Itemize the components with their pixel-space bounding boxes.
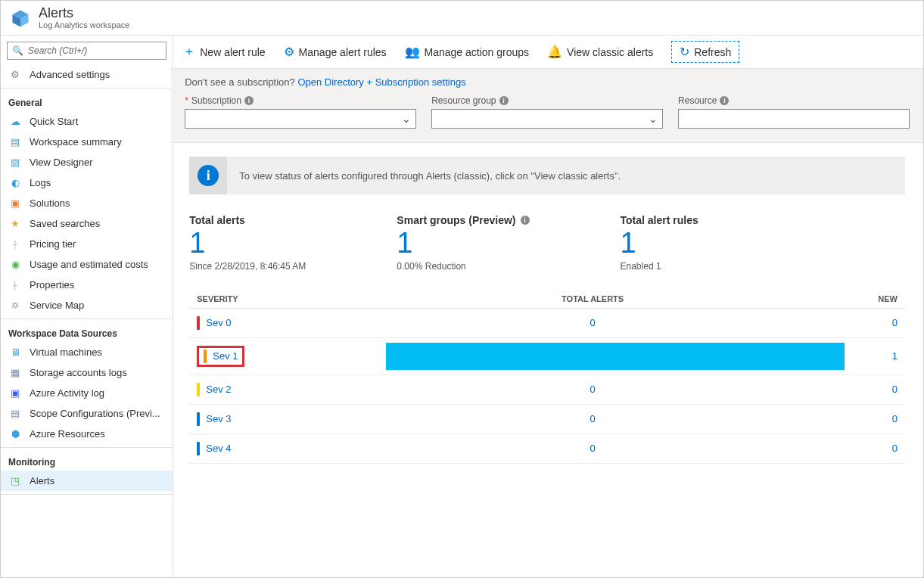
sidebar-item-label: Logs [30,177,51,188]
sidebar-item-icon: ☁ [8,116,22,127]
plus-icon: ＋ [183,44,195,60]
sidebar-item-icon: ▧ [8,157,22,168]
alert-bar-fill [386,343,845,370]
total-alerts-count[interactable]: 0 [590,413,596,424]
manage-alert-rules-button[interactable]: ⚙Manage alert rules [284,45,387,59]
col-severity: SEVERITY [189,290,341,309]
new-alert-rule-button[interactable]: ＋New alert rule [183,44,265,60]
smart-groups-value[interactable]: 1 [397,226,529,261]
severity-link[interactable]: Sev 1 [213,350,238,362]
new-alerts-count[interactable]: 0 [892,317,898,328]
sidebar-item-icon: ⬢ [8,428,22,440]
table-row[interactable]: Sev 111 [189,337,905,374]
sidebar-item-label: Quick Start [30,116,78,127]
total-alerts-count[interactable]: 0 [590,317,596,328]
sidebar-item[interactable]: ⛭Service Map [1,295,173,315]
subscription-select[interactable] [185,109,416,129]
col-total: TOTAL ALERTS [341,290,845,309]
refresh-button[interactable]: ↻Refresh [671,41,739,63]
new-alerts-count[interactable]: 1 [892,350,898,362]
sidebar-section-header: Monitoring [1,451,173,471]
sidebar-item-label: Solutions [30,197,70,209]
stats-row: Total alerts 1 Since 2/28/2019, 8:46:45 … [189,214,905,272]
bell-icon: 🔔 [547,45,562,59]
severity-link[interactable]: Sev 3 [197,412,333,426]
sidebar-item-icon: ▦ [8,367,22,378]
sidebar-item-icon: ▤ [8,408,22,419]
search-icon: 🔍 [12,45,23,56]
sidebar-item-icon: ⛭ [8,300,22,311]
main-content: ＋New alert rule ⚙Manage alert rules 👥Man… [171,36,923,577]
table-row[interactable]: Sev 300 [189,404,905,434]
sidebar-item-icon: ⟊ [8,279,22,291]
table-row[interactable]: Sev 200 [189,374,905,404]
manage-action-groups-button[interactable]: 👥Manage action groups [405,45,530,59]
cube-icon [10,8,31,29]
view-classic-alerts-button[interactable]: 🔔View classic alerts [547,45,653,59]
sidebar-item-label: Azure Activity log [30,387,104,399]
sidebar-item[interactable]: ▣Azure Activity log [1,383,173,403]
info-icon: i [244,96,254,105]
sidebar-item-icon: ◉ [8,259,22,270]
severity-link[interactable]: Sev 4 [197,442,333,455]
sidebar-item-label: Pricing tier [30,238,76,250]
table-row[interactable]: Sev 000 [189,308,905,337]
sidebar-item-icon: ★ [8,218,22,229]
total-alerts-count[interactable]: 0 [590,384,596,395]
search-input[interactable]: 🔍 Search (Ctrl+/) [7,42,166,60]
total-rules-value[interactable]: 1 [621,226,698,261]
refresh-icon: ↻ [680,45,689,59]
sidebar-section-header: Workspace Data Sources [1,322,173,342]
sidebar-item[interactable]: ⟊Properties [1,275,173,295]
sidebar-section-header: General [1,92,173,111]
sidebar-item[interactable]: ▣Solutions [1,193,173,213]
sidebar-item-icon: ◳ [8,475,22,486]
info-icon: i [521,216,530,225]
severity-link[interactable]: Sev 0 [197,316,333,330]
sidebar-item[interactable]: ☁Quick Start [1,111,173,132]
smart-groups-title: Smart groups (Preview) i [397,214,529,226]
users-icon: 👥 [405,45,420,59]
toolbar: ＋New alert rule ⚙Manage alert rules 👥Man… [171,36,923,69]
severity-link[interactable]: Sev 2 [197,383,333,396]
sidebar-item[interactable]: ▤Scope Configurations (Previ... [1,403,173,424]
sidebar-item[interactable]: 🖥Virtual machines [1,342,173,362]
filter-bar: Don't see a subscription? Open Directory… [171,69,923,143]
resource-group-select[interactable] [431,109,663,129]
sidebar-item-label: Service Map [30,300,84,311]
sidebar-item[interactable]: ◳Alerts [1,471,173,491]
sidebar-advanced-settings[interactable]: ⚙ Advanced settings [1,64,173,85]
table-row[interactable]: Sev 400 [189,434,905,463]
severity-table: SEVERITY TOTAL ALERTS NEW Sev 000Sev 111… [189,290,905,464]
sidebar-item-label: Storage accounts logs [30,367,127,378]
sidebar-item-label: Saved searches [30,218,100,229]
classic-alerts-banner: i To view status of alerts configured th… [189,157,905,194]
new-alerts-count[interactable]: 0 [892,384,898,395]
total-alerts-sub: Since 2/28/2019, 8:46:45 AM [189,261,306,272]
total-alerts-count[interactable]: 0 [590,443,596,454]
sidebar-item[interactable]: ▧View Designer [1,152,173,172]
sidebar-item-label: Scope Configurations (Previ... [30,408,160,419]
sidebar-item[interactable]: ⬢Azure Resources [1,424,173,444]
sidebar-item-label: Usage and estimated costs [30,259,148,270]
sidebar-item-label: Alerts [30,475,54,486]
resource-select[interactable] [678,109,910,129]
sidebar-item-icon: ◐ [8,177,22,188]
sidebar-item[interactable]: ◐Logs [1,172,173,193]
sidebar-item[interactable]: ★Saved searches [1,213,173,234]
sidebar-item-icon: ▣ [8,197,22,209]
new-alerts-count[interactable]: 0 [892,443,898,454]
new-alerts-count[interactable]: 0 [892,413,898,424]
sidebar-item[interactable]: ⟊Pricing tier [1,234,173,254]
sidebar-item-icon: 🖥 [8,346,22,358]
page-subtitle: Log Analytics workspace [39,20,129,30]
total-rules-sub: Enabled 1 [621,261,698,272]
open-directory-link[interactable]: Open Directory + Subscription settings [297,76,465,88]
total-alerts-value[interactable]: 1 [189,226,306,261]
gear-icon: ⚙ [284,45,294,59]
sidebar-item-label: Workspace summary [30,136,122,148]
sidebar-item[interactable]: ◉Usage and estimated costs [1,254,173,275]
sidebar-item[interactable]: ▦Storage accounts logs [1,362,173,383]
info-icon: i [499,96,509,105]
sidebar-item[interactable]: ▤Workspace summary [1,132,173,152]
